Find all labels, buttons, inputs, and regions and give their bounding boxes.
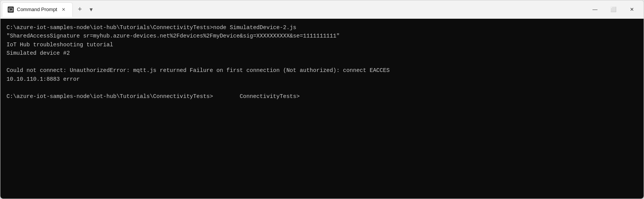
terminal-line: C:\azure-iot-samples-node\iot-hub\Tutori… <box>7 92 637 101</box>
terminal-body[interactable]: C:\azure-iot-samples-node\iot-hub\Tutori… <box>0 19 644 199</box>
active-tab[interactable]: Command Prompt ✕ <box>2 2 73 17</box>
minimize-button[interactable]: — <box>586 3 604 16</box>
terminal-line <box>7 83 637 92</box>
new-tab-button[interactable]: + <box>74 3 86 16</box>
title-bar: Command Prompt ✕ + ▾ — ⬜ ✕ <box>0 0 644 19</box>
close-button[interactable]: ✕ <box>623 3 641 16</box>
terminal-line: IoT Hub troubleshooting tutorial <box>7 41 637 49</box>
terminal-line: 10.10.110.1:8883 error <box>7 75 637 83</box>
tab-close-button[interactable]: ✕ <box>60 6 67 13</box>
window: Command Prompt ✕ + ▾ — ⬜ ✕ C:\azure-iot-… <box>0 0 644 199</box>
window-controls: — ⬜ ✕ <box>586 3 641 16</box>
maximize-button[interactable]: ⬜ <box>605 3 622 16</box>
tab-dropdown-button[interactable]: ▾ <box>86 4 96 15</box>
terminal-line: Could not connect: UnauthorizedError: mq… <box>7 66 637 75</box>
terminal-icon <box>8 7 14 13</box>
terminal-line: "SharedAccessSignature sr=myhub.azure-de… <box>7 32 637 40</box>
terminal-line: Simulated device #2 <box>7 49 637 57</box>
terminal-line <box>7 58 637 66</box>
terminal-line: C:\azure-iot-samples-node\iot-hub\Tutori… <box>7 23 637 32</box>
tab-title: Command Prompt <box>17 7 57 12</box>
